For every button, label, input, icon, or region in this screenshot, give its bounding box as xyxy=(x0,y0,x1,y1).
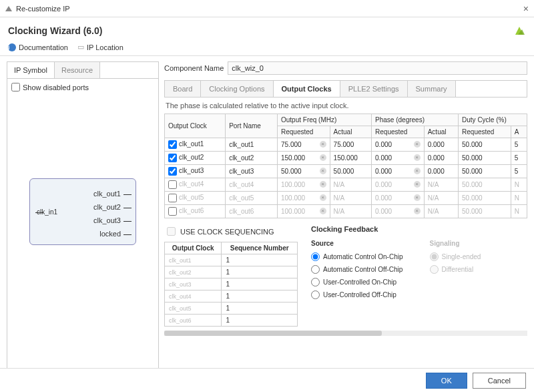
port-in: clk_in1 xyxy=(37,208,57,216)
source-radio[interactable]: User-Controlled On-Chip xyxy=(311,278,403,286)
sequence-row: clk_out11 xyxy=(165,254,298,266)
horizontal-scrollbar[interactable] xyxy=(164,331,527,336)
app-icon xyxy=(5,6,12,11)
table-row: clk_out5clk_out5100.000×N/A0.000×N/A50.0… xyxy=(165,192,527,205)
vendor-logo xyxy=(513,24,526,37)
show-disabled-checkbox[interactable]: Show disabled ports xyxy=(11,83,154,91)
ip-symbol-diagram: clk_in1 clk_out1 clk_out2 clk_out3 locke… xyxy=(29,178,136,245)
tab-plle2-settings[interactable]: PLLE2 Settings xyxy=(340,81,408,97)
use-sequencing-checkbox: USE CLOCK SEQUENCING xyxy=(164,225,298,238)
cancel-button[interactable]: Cancel xyxy=(473,373,526,389)
sequence-row: clk_out61 xyxy=(165,315,298,327)
phase-note: The phase is calculated relative to the … xyxy=(164,97,527,114)
clock-enable-checkbox[interactable] xyxy=(168,180,177,189)
clocking-feedback-title: Clocking Feedback xyxy=(311,225,527,233)
documentation-link[interactable]: iDocumentation xyxy=(8,43,68,51)
port-out: clk_out3 xyxy=(93,214,131,227)
component-name-label: Component Name xyxy=(164,64,224,72)
tab-summary[interactable]: Summary xyxy=(408,81,456,97)
clock-enable-checkbox[interactable] xyxy=(168,140,177,149)
source-radio[interactable]: User-Controlled Off-Chip xyxy=(311,290,403,299)
table-row: clk_out4clk_out4100.000×N/A0.000×N/A50.0… xyxy=(165,178,527,192)
sequence-table: Output ClockSequence Number clk_out11clk… xyxy=(164,242,298,327)
info-icon: i xyxy=(8,43,16,51)
ok-button[interactable]: OK xyxy=(426,373,467,389)
tab-output-clocks[interactable]: Output Clocks xyxy=(274,81,340,97)
sequence-row: clk_out51 xyxy=(165,303,298,315)
clock-enable-checkbox[interactable] xyxy=(168,154,177,162)
folder-icon: ▭ xyxy=(77,43,84,51)
sequence-row: clk_out41 xyxy=(165,290,298,303)
source-radio[interactable]: Automatic Control On-Chip xyxy=(311,252,403,261)
clock-enable-checkbox[interactable] xyxy=(168,167,177,176)
table-row: clk_out6clk_out6100.000×N/A0.000×N/A50.0… xyxy=(165,205,527,218)
window-title: Re-customize IP xyxy=(16,5,70,13)
close-icon[interactable]: × xyxy=(523,3,529,14)
sequence-row: clk_out31 xyxy=(165,278,298,290)
table-row: clk_out2clk_out2150.000×150.0000.000×0.0… xyxy=(165,152,527,165)
tab-board[interactable]: Board xyxy=(165,81,201,97)
table-row: clk_out3clk_out350.000×50.0000.000×0.000… xyxy=(165,165,527,178)
sequence-row: clk_out21 xyxy=(165,266,298,278)
clock-enable-checkbox[interactable] xyxy=(168,194,177,202)
signaling-radio: Differential xyxy=(430,265,481,274)
port-out: clk_out2 xyxy=(93,200,131,214)
port-out: locked xyxy=(93,227,131,240)
tab-ip-symbol[interactable]: IP Symbol xyxy=(7,62,55,78)
tab-clocking-options[interactable]: Clocking Options xyxy=(201,81,273,97)
signaling-radio: Single-ended xyxy=(430,252,481,261)
ip-location-link[interactable]: ▭IP Location xyxy=(77,43,123,51)
clock-enable-checkbox[interactable] xyxy=(168,207,177,216)
component-name-input[interactable] xyxy=(228,61,527,75)
output-clocks-table: Output Clock Port Name Output Freq (MHz)… xyxy=(164,114,527,218)
tab-resource[interactable]: Resource xyxy=(55,62,100,78)
table-row: clk_out1clk_out175.000×75.0000.000×0.000… xyxy=(165,138,527,152)
page-title: Clocking Wizard (6.0) xyxy=(8,25,102,36)
source-radio[interactable]: Automatic Control Off-Chip xyxy=(311,265,403,274)
port-out: clk_out1 xyxy=(93,187,131,200)
